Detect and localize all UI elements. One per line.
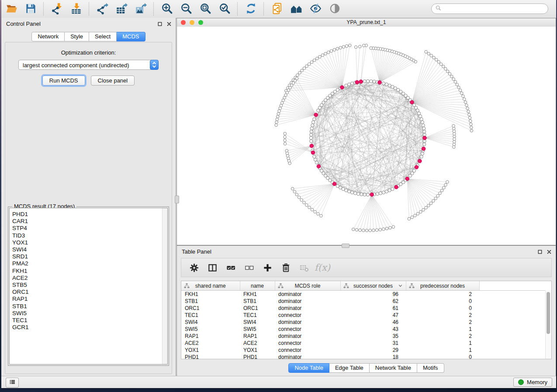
table-cell[interactable]: YOX1	[181, 347, 240, 354]
table-cell[interactable]: 1	[406, 326, 479, 333]
column-header-shared-name[interactable]: shared name	[181, 281, 240, 291]
zoom-in-button[interactable]	[159, 2, 174, 17]
table-cell[interactable]: STB1	[181, 298, 240, 305]
mcds-result-item[interactable]: GCR1	[12, 324, 167, 331]
table-cell[interactable]: connector	[275, 326, 340, 333]
table-cell[interactable]: ACE2	[240, 340, 275, 347]
import-table-button[interactable]	[69, 2, 83, 17]
table-cell[interactable]: STB1	[240, 298, 275, 305]
table-cell[interactable]: 1	[406, 347, 479, 354]
table-cell[interactable]: FKH1	[240, 291, 275, 298]
table-scrollbar-thumb[interactable]	[547, 292, 550, 334]
close-panel-icon[interactable]	[547, 248, 552, 256]
column-header-name[interactable]: name	[240, 281, 275, 291]
zoom-selected-button[interactable]	[217, 2, 232, 17]
mcds-result-item[interactable]: SWI5	[12, 310, 167, 317]
tab-node-table[interactable]: Node Table	[288, 363, 329, 373]
column-header-MCDS-role[interactable]: MCDS role	[275, 281, 340, 291]
tab-motifs[interactable]: Motifs	[417, 363, 444, 373]
table-row[interactable]: STB1STB1dominator620	[181, 298, 551, 305]
window-zoom-icon[interactable]	[198, 20, 203, 25]
table-cell[interactable]: connector	[275, 347, 340, 354]
search-box[interactable]	[431, 3, 548, 14]
close-panel-button[interactable]: Close panel	[91, 76, 135, 86]
table-cell[interactable]: RAP1	[181, 333, 240, 340]
deselect-all-icon[interactable]	[243, 262, 255, 273]
table-cell[interactable]: 2	[406, 312, 479, 319]
import-network-button[interactable]	[49, 2, 64, 17]
save-button[interactable]	[23, 2, 38, 17]
export-table-button[interactable]	[114, 2, 129, 17]
zoom-fit-button[interactable]	[198, 2, 213, 17]
table-cell[interactable]: 35	[340, 333, 406, 340]
add-icon[interactable]	[262, 262, 273, 273]
mcds-result-item[interactable]: ORC1	[12, 289, 167, 296]
table-cell[interactable]: 2	[406, 319, 479, 326]
select-all-icon[interactable]	[225, 262, 236, 273]
mcds-result-scrollbar[interactable]	[162, 208, 167, 364]
tab-select[interactable]: Select	[89, 32, 117, 41]
close-panel-icon[interactable]	[166, 21, 172, 28]
table-cell[interactable]: 18	[340, 354, 406, 359]
table-row[interactable]: TEC1TEC1connector472	[181, 312, 551, 319]
mcds-result-item[interactable]: TEC1	[12, 317, 167, 324]
table-cell[interactable]: ORC1	[240, 305, 275, 312]
tab-network-table[interactable]: Network Table	[370, 363, 417, 373]
zoom-out-button[interactable]	[179, 2, 194, 17]
table-cell[interactable]: TEC1	[181, 312, 240, 319]
table-cell[interactable]: 29	[340, 347, 406, 354]
run-mcds-button[interactable]: Run MCDS	[42, 76, 85, 86]
table-cell[interactable]: dominator	[275, 305, 340, 312]
table-cell[interactable]: 0	[406, 298, 479, 305]
mcds-result-item[interactable]: STB5	[12, 282, 167, 289]
optimization-criterion-select[interactable]: largest connected component (undirected)	[18, 60, 159, 70]
window-close-icon[interactable]	[181, 20, 186, 25]
table-cell[interactable]: PHD1	[181, 354, 240, 359]
share-document-button[interactable]	[270, 2, 284, 17]
export-network-button[interactable]	[95, 2, 110, 17]
table-scrollbar[interactable]	[545, 290, 551, 359]
mcds-result-item[interactable]: FKH1	[12, 268, 167, 275]
mcds-result-item[interactable]: RAP1	[12, 296, 167, 303]
mcds-result-item[interactable]: SRD1	[12, 253, 167, 260]
table-cell[interactable]: ORC1	[181, 305, 240, 312]
column-header-predecessor-nodes[interactable]: predecessor nodes	[406, 281, 479, 291]
table-cell[interactable]: SWI4	[181, 319, 240, 326]
table-row[interactable]: ORC1ORC1dominator610	[181, 305, 551, 312]
vizmapper-button[interactable]	[308, 2, 323, 17]
tab-style[interactable]: Style	[65, 32, 89, 41]
split-columns-icon[interactable]	[207, 262, 218, 273]
mcds-result-item[interactable]: STP4	[12, 225, 167, 232]
mcds-result-list[interactable]: PHD1CAR1STP4TID3YOX1SWI4SRD1PMA2FKH1ACE2…	[9, 208, 168, 364]
table-cell[interactable]: SWI4	[240, 319, 275, 326]
table-cell[interactable]: 61	[340, 305, 406, 312]
table-cell[interactable]: 31	[340, 340, 406, 347]
table-row[interactable]: ACE2ACE2connector311	[181, 340, 551, 347]
mcds-result-item[interactable]: PMA2	[12, 260, 167, 267]
table-cell[interactable]: 2	[406, 333, 479, 340]
table-cell[interactable]: dominator	[275, 333, 340, 340]
table-cell[interactable]: dominator	[275, 354, 340, 359]
search-input[interactable]	[443, 4, 548, 13]
vertical-splitter-handle[interactable]	[175, 196, 179, 203]
tab-mcds[interactable]: MCDS	[117, 32, 145, 41]
tab-network[interactable]: Network	[31, 32, 65, 41]
float-panel-icon[interactable]	[537, 248, 543, 256]
table-cell[interactable]: RAP1	[240, 333, 275, 340]
open-folder-button[interactable]	[4, 2, 19, 17]
table-cell[interactable]: 47	[340, 312, 406, 319]
table-row[interactable]: SWI4SWI4dominator462	[181, 319, 551, 326]
table-cell[interactable]: SWI5	[240, 326, 275, 333]
table-cell[interactable]: 62	[340, 298, 406, 305]
table-cell[interactable]: dominator	[275, 319, 340, 326]
column-header-successor-nodes[interactable]: successor nodes	[340, 281, 406, 291]
mcds-result-item[interactable]: SWI4	[12, 246, 167, 253]
table-cell[interactable]: 0	[406, 354, 479, 359]
table-cell[interactable]: TEC1	[240, 312, 275, 319]
table-row[interactable]: RAP1RAP1dominator352	[181, 333, 551, 340]
table-cell[interactable]: ACE2	[181, 340, 240, 347]
table-row[interactable]: PHD1PHD1dominator180	[181, 354, 551, 359]
float-panel-icon[interactable]	[157, 21, 163, 28]
network-canvas[interactable]	[177, 27, 556, 245]
table-cell[interactable]: PHD1	[240, 354, 275, 359]
